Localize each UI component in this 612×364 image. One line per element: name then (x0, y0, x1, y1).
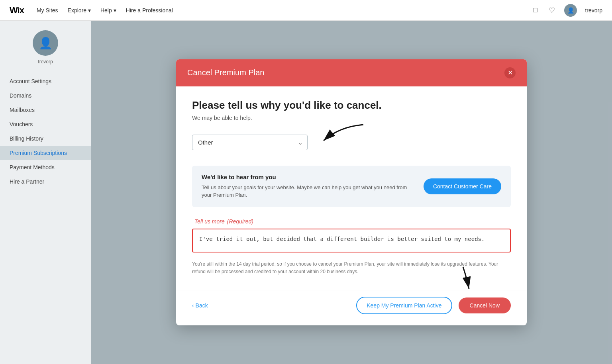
reason-dropdown[interactable]: Other Too expensive Missing features Swi… (192, 135, 308, 150)
cancel-now-button[interactable]: Cancel Now (459, 297, 511, 313)
nav-items: My Sites Explore ▾ Help ▾ Hire a Profess… (37, 7, 173, 14)
nav-username: trevorp (585, 7, 602, 14)
modal-body: Please tell us why you'd like to cancel.… (176, 86, 527, 290)
footer-right: Keep My Premium Plan Active Cancel Now (356, 297, 511, 314)
main-content: Cancel Premium Plan ✕ Please tell us why… (91, 21, 612, 364)
sidebar-nav: Account Settings Domains Mailboxes Vouch… (0, 74, 91, 189)
arrow-annotation (316, 123, 371, 147)
nav-right: □ ♡ 👤 trevorp (531, 4, 602, 17)
dropdown-row: Other Too expensive Missing features Swi… (192, 131, 511, 155)
reason-dropdown-wrapper: Other Too expensive Missing features Swi… (192, 135, 308, 150)
avatar[interactable]: 👤 (564, 4, 577, 17)
sidebar-item-mailboxes[interactable]: Mailboxes (0, 103, 91, 117)
modal-footer: ‹ Back Keep My Premium Plan Active Cance… (176, 290, 527, 325)
sidebar-item-account-settings[interactable]: Account Settings (0, 74, 91, 88)
wix-logo: Wix (10, 5, 24, 16)
sidebar: 👤 trevorp Account Settings Domains Mailb… (0, 21, 91, 364)
info-box-title: We'd like to hear from you (202, 174, 414, 180)
sidebar-item-domains[interactable]: Domains (0, 88, 91, 103)
sidebar-item-premium-subscriptions[interactable]: Premium Subscriptions (0, 146, 91, 160)
keep-premium-plan-button[interactable]: Keep My Premium Plan Active (356, 297, 452, 314)
cancel-modal: Cancel Premium Plan ✕ Please tell us why… (176, 59, 527, 325)
sidebar-avatar-section: 👤 trevorp (0, 30, 91, 65)
modal-title: Cancel Premium Plan (187, 68, 264, 77)
back-button[interactable]: ‹ Back (192, 302, 208, 309)
nav-explore[interactable]: Explore ▾ (68, 7, 91, 14)
info-box: We'd like to hear from you Tell us about… (192, 166, 511, 207)
info-box-text: We'd like to hear from you Tell us about… (202, 174, 414, 199)
modal-overlay: Cancel Premium Plan ✕ Please tell us why… (91, 21, 612, 364)
sidebar-avatar: 👤 (33, 30, 58, 56)
nav-hire[interactable]: Hire a Professional (126, 7, 173, 14)
top-nav: Wix My Sites Explore ▾ Help ▾ Hire a Pro… (0, 0, 612, 21)
modal-question: Please tell us why you'd like to cancel. (192, 99, 511, 112)
required-label: (Required) (227, 218, 253, 225)
modal-subtitle: We may be able to help. (192, 115, 511, 121)
tell-us-more-textarea[interactable] (192, 229, 511, 252)
sidebar-item-vouchers[interactable]: Vouchers (0, 117, 91, 131)
tell-us-more-label: Tell us more(Required) (192, 218, 511, 225)
disclaimer-text: You're still within the 14 day trial per… (192, 260, 511, 276)
chat-icon[interactable]: □ (531, 6, 539, 15)
modal-close-button[interactable]: ✕ (504, 67, 516, 78)
sidebar-item-payment-methods[interactable]: Payment Methods (0, 160, 91, 174)
sidebar-item-billing-history[interactable]: Billing History (0, 131, 91, 146)
sidebar-username: trevorp (38, 59, 53, 65)
nav-my-sites[interactable]: My Sites (37, 7, 58, 14)
sidebar-item-hire-partner[interactable]: Hire a Partner (0, 174, 91, 189)
contact-customer-care-button[interactable]: Contact Customer Care (424, 178, 501, 194)
nav-help[interactable]: Help ▾ (100, 7, 116, 14)
info-box-description: Tell us about your goals for your websit… (202, 184, 414, 199)
notification-icon[interactable]: ♡ (547, 6, 556, 15)
modal-header: Cancel Premium Plan ✕ (176, 59, 527, 86)
